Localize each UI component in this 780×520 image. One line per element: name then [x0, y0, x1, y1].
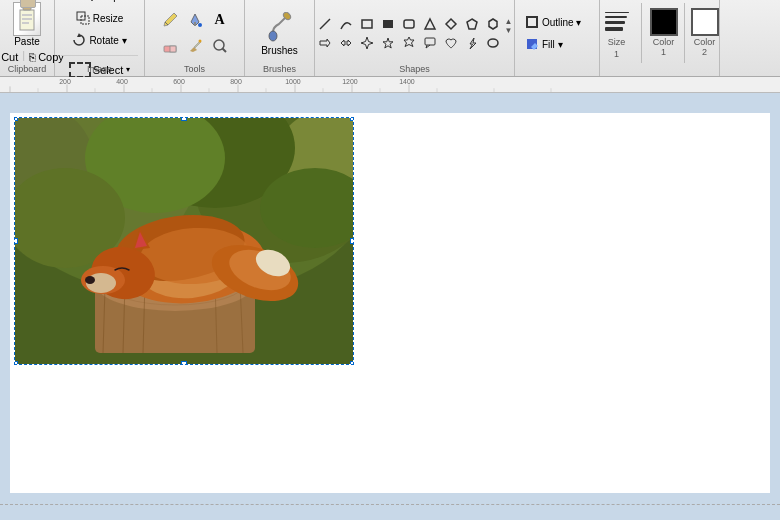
tools-row-1: A — [159, 9, 231, 31]
handle-top-right[interactable] — [350, 117, 354, 121]
outline-button[interactable]: Outline ▾ — [521, 13, 593, 31]
color1-box[interactable] — [650, 8, 678, 36]
shape-line[interactable] — [315, 15, 335, 33]
shape-diamond[interactable] — [441, 15, 461, 33]
shapes-scroll-up[interactable]: ▲ — [505, 17, 513, 27]
fill-tool[interactable] — [184, 9, 206, 31]
shape-rect-filled[interactable] — [378, 15, 398, 33]
fox-image — [15, 118, 354, 365]
rotate-icon — [72, 33, 86, 49]
shape-star5[interactable] — [378, 34, 398, 52]
rotate-button[interactable]: Rotate ▾ — [68, 31, 130, 51]
canvas-area — [0, 93, 780, 520]
rotate-label: Rotate ▾ — [89, 35, 126, 46]
magnifier-tool[interactable] — [209, 35, 231, 57]
handle-bottom-right[interactable] — [350, 361, 354, 365]
fill-icon — [525, 37, 539, 51]
svg-marker-25 — [341, 40, 351, 46]
shape-ellipse[interactable] — [483, 34, 503, 52]
selected-image[interactable] — [14, 117, 354, 365]
svg-text:1000: 1000 — [285, 79, 301, 86]
size-label: Size — [608, 37, 626, 47]
shapes-section-label: Shapes — [315, 64, 514, 74]
shape-star4[interactable] — [357, 34, 377, 52]
brushes-label: Brushes — [261, 45, 298, 56]
shape-pentagon[interactable] — [462, 15, 482, 33]
bottom-scrollbar[interactable] — [0, 504, 780, 520]
paste-label: Paste — [14, 36, 40, 47]
size-control: Size 1 — [601, 8, 633, 59]
size-number: 1 — [614, 49, 619, 59]
svg-text:200: 200 — [59, 79, 71, 86]
svg-rect-29 — [425, 38, 435, 45]
color2-box[interactable] — [691, 8, 719, 36]
handle-bottom-left[interactable] — [14, 361, 18, 365]
svg-point-8 — [198, 23, 202, 27]
svg-rect-32 — [527, 17, 537, 27]
handle-top-left[interactable] — [14, 117, 18, 121]
svg-rect-19 — [404, 20, 414, 28]
image-section-label: Image — [55, 64, 144, 74]
paint-canvas — [10, 113, 770, 493]
shape-triangle[interactable] — [420, 15, 440, 33]
size-line-4[interactable] — [605, 27, 623, 31]
size-line-3[interactable] — [605, 21, 625, 24]
shape-hexagon[interactable] — [483, 15, 503, 33]
size-line-2[interactable] — [605, 16, 627, 18]
svg-text:600: 600 — [173, 79, 185, 86]
text-icon: A — [214, 12, 224, 28]
shapes-scroll-down[interactable]: ▼ — [505, 26, 513, 36]
shape-heart[interactable] — [441, 34, 461, 52]
brushes-icon — [264, 11, 296, 43]
svg-rect-10 — [170, 46, 176, 52]
handle-top-middle[interactable] — [181, 117, 187, 121]
brushes-button[interactable]: Brushes — [252, 6, 307, 61]
svg-text:800: 800 — [230, 79, 242, 86]
shape-arrow-right[interactable] — [315, 34, 335, 52]
tools-row-2 — [159, 35, 231, 57]
svg-marker-26 — [361, 37, 373, 49]
shapes-grid — [315, 15, 503, 52]
clipboard-section: Paste ✂ Cut | ⎘ Copy Clipboard — [0, 0, 55, 76]
handle-middle-right[interactable] — [350, 238, 354, 244]
svg-rect-2 — [22, 18, 32, 20]
pencil-tool[interactable] — [159, 9, 181, 31]
text-tool[interactable]: A — [209, 9, 231, 31]
shape-rect-round[interactable] — [399, 15, 419, 33]
cut-button[interactable]: ✂ Cut — [0, 49, 20, 64]
svg-line-13 — [222, 49, 226, 53]
outline-label: Outline ▾ — [542, 17, 581, 28]
shape-arrow-2way[interactable] — [336, 34, 356, 52]
eraser-tool[interactable] — [159, 35, 181, 57]
resize-button[interactable]: Resize — [72, 9, 128, 29]
brushes-section-label: Brushes — [245, 64, 314, 74]
outline-fill-section-label: ​ — [515, 64, 599, 74]
handle-middle-left[interactable] — [14, 238, 18, 244]
image-section: Crop Resize Rotate ▾ Select ▾ Image — [55, 0, 145, 76]
shape-star6[interactable] — [399, 34, 419, 52]
shape-callout[interactable] — [420, 34, 440, 52]
clipboard-section-label: Clipboard — [0, 64, 54, 74]
fill-button[interactable]: Fill ▾ — [521, 35, 593, 53]
paste-icon — [13, 2, 41, 36]
svg-line-16 — [320, 19, 330, 29]
svg-rect-3 — [22, 22, 29, 24]
shape-lightning[interactable] — [462, 34, 482, 52]
shape-curve[interactable] — [336, 15, 356, 33]
color1-label: Color 1 — [650, 38, 678, 58]
svg-rect-4 — [23, 6, 31, 10]
svg-point-31 — [488, 39, 498, 47]
crop-label: Crop — [97, 0, 119, 2]
paste-button[interactable]: Paste — [13, 2, 41, 47]
fill-label: Fill ▾ — [542, 39, 563, 50]
shape-rect-outline[interactable] — [357, 15, 377, 33]
svg-rect-18 — [383, 20, 393, 28]
tools-section-label: Tools — [145, 64, 244, 74]
size-line-1[interactable] — [605, 12, 629, 13]
outline-fill-section: Outline ▾ Fill ▾ ​ — [515, 0, 600, 76]
svg-text:400: 400 — [116, 79, 128, 86]
colorpicker-tool[interactable] — [184, 35, 206, 57]
color1-swatch: Color 1 — [650, 8, 678, 58]
handle-bottom-middle[interactable] — [181, 361, 187, 365]
crop-button[interactable]: Crop — [76, 0, 123, 7]
